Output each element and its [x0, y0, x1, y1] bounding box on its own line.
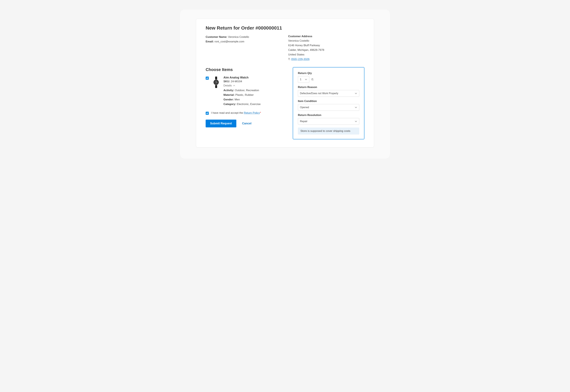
- sku-value: 24-MG04: [231, 80, 242, 83]
- customer-email-value: roni_cost@example.com: [214, 40, 244, 43]
- chevron-down-icon: [355, 106, 357, 108]
- return-form-card: New Return for Order #000000011 Customer…: [196, 19, 374, 147]
- attr-activity-label: Activity:: [224, 89, 234, 92]
- customer-info: Customer Name: Veronica Costello Email: …: [206, 35, 282, 61]
- return-reason-select[interactable]: Defective/Does not Work Properly: [298, 90, 359, 97]
- item-condition-select[interactable]: Opened: [298, 104, 359, 111]
- attr-category-value: Electronic, Exercise: [237, 103, 260, 106]
- customer-address: Customer Address Veronica Costello 6146 …: [288, 35, 364, 61]
- attr-gender-value: Men: [235, 98, 240, 101]
- customer-email-label: Email:: [206, 40, 214, 43]
- address-phone-link[interactable]: (555) 229-3326: [291, 58, 310, 61]
- address-phone-prefix: T:: [288, 58, 291, 61]
- attr-activity-value: Outdoor, Recreation: [235, 89, 259, 92]
- return-resolution-label: Return Resolution: [298, 113, 359, 117]
- submit-request-button[interactable]: Submit Request: [206, 120, 236, 127]
- address-name: Veronica Costello: [288, 39, 364, 43]
- return-qty-label: Return Qty: [298, 72, 359, 75]
- attr-material-label: Material:: [224, 93, 235, 97]
- attr-material-value: Plastic, Rubber: [235, 93, 254, 97]
- item-row: Aim Analog Watch SKU: 24-MG04 Details Ac…: [206, 76, 286, 107]
- chevron-up-icon: [233, 85, 235, 86]
- svg-rect-0: [215, 77, 217, 80]
- required-asterisk: *: [260, 111, 261, 114]
- product-name: Aim Analog Watch: [224, 76, 286, 79]
- address-city: Calder, Michigan, 49628-7978: [288, 48, 364, 52]
- chevron-down-icon: [355, 92, 357, 94]
- check-icon: [206, 77, 208, 79]
- return-qty-max: /1: [311, 78, 314, 81]
- return-resolution-value: Repair: [300, 120, 307, 123]
- chevron-down-icon: [355, 120, 357, 122]
- return-qty-select[interactable]: 1: [298, 76, 309, 83]
- address-street: 6146 Honey Bluff Parkway: [288, 43, 364, 48]
- return-qty-value: 1: [300, 78, 301, 81]
- page-title: New Return for Order #000000011: [206, 25, 364, 31]
- return-resolution-select[interactable]: Repair: [298, 118, 359, 125]
- item-condition-label: Item Condition: [298, 99, 359, 103]
- address-heading: Customer Address: [288, 35, 364, 38]
- choose-items-heading: Choose Items: [206, 67, 286, 72]
- svg-rect-1: [215, 85, 217, 88]
- check-icon: [206, 112, 208, 114]
- address-country: United States: [288, 52, 364, 57]
- sku-label: SKU:: [224, 80, 230, 83]
- item-condition-value: Opened: [300, 106, 309, 109]
- chevron-down-icon: [305, 78, 307, 80]
- accept-policy-checkbox[interactable]: [206, 112, 209, 115]
- return-reason-label: Return Reason: [298, 86, 359, 89]
- return-reason-value: Defective/Does not Work Properly: [300, 92, 338, 95]
- customer-name-value: Veronica Costello: [228, 35, 249, 38]
- item-checkbox[interactable]: [206, 77, 209, 80]
- details-toggle[interactable]: Details: [224, 84, 235, 87]
- attr-category-label: Category:: [224, 103, 236, 106]
- details-label: Details: [224, 84, 232, 87]
- product-image: [212, 76, 221, 89]
- shipping-note: Store is supposed to cover shipping cost…: [298, 127, 359, 135]
- customer-name-label: Customer Name:: [206, 35, 227, 38]
- attr-gender-label: Gender:: [224, 98, 234, 101]
- accept-prefix: I have read and accept the: [211, 111, 244, 114]
- return-details-panel: Return Qty 1 /1 Return Reason Defective/…: [293, 67, 364, 139]
- return-policy-link[interactable]: Return Policy: [244, 111, 260, 114]
- cancel-button[interactable]: Cancel: [242, 122, 252, 125]
